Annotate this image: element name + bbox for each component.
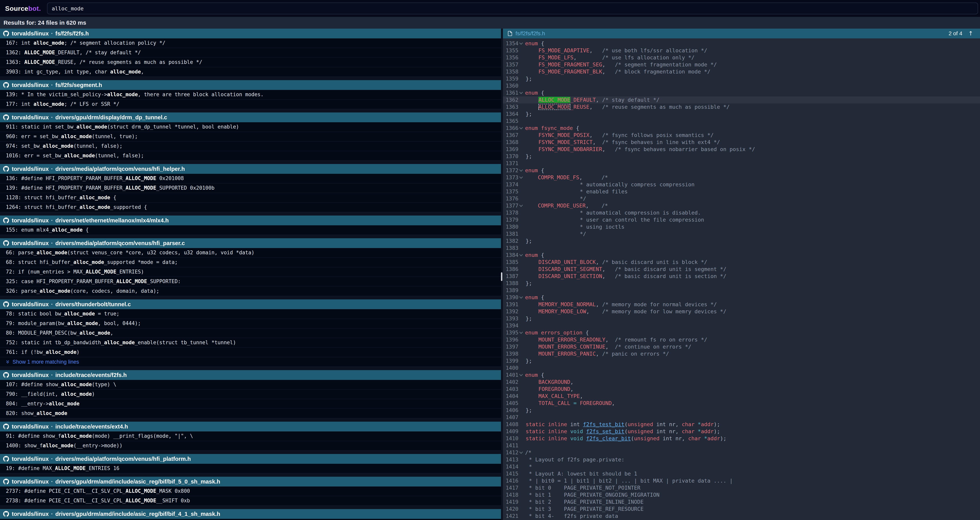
code-token: * user can control the file compression <box>526 217 704 223</box>
match-line[interactable]: 79: module_param(bw_alloc_mode, bool, 04… <box>0 319 501 328</box>
code-line-number: 1413 <box>503 456 520 463</box>
match-line[interactable]: 974: set_bw_alloc_mode(tunnel, false); <box>0 142 501 151</box>
file-group-header[interactable]: torvalds/linux·include/trace/events/f2fs… <box>0 370 501 380</box>
match-line[interactable]: 19: #define MAX_ALLOC_MODE_ENTRIES 16 <box>0 464 501 473</box>
collapse-chevron-icon[interactable] <box>519 204 523 207</box>
code-token: char <box>682 428 698 434</box>
match-line[interactable]: 107: #define show_alloc_mode(type) \ <box>0 380 501 390</box>
match-line[interactable]: 177: int alloc_mode; /* LFS or SSR */ <box>0 100 501 109</box>
code-token: _DEFAULT <box>570 97 596 103</box>
code-token: * bit 0 PAGE_PRIVATE_NOT_POINTER <box>526 485 640 491</box>
match-line[interactable]: 2738: #define PCIE_CI_CNTL__CI_SLV_CPL_A… <box>0 496 501 506</box>
code-line: 1420 * bit 3 PAGE_PRIVATE_REF_RESOURCE <box>503 506 980 512</box>
match-line[interactable]: 2737: #define PCIE_CI_CNTL__CI_SLV_CPL_A… <box>0 487 501 496</box>
code-token: unsigned <box>628 421 653 427</box>
result-file-group: torvalds/linux·include/trace/events/ext4… <box>0 421 501 451</box>
match-line[interactable]: 155: enum mlx4_alloc_mode { <box>0 225 501 235</box>
collapse-chevron-icon[interactable] <box>519 126 523 129</box>
code-token: f2fs_clear_bit <box>586 435 631 441</box>
code-line: 1400 <box>503 364 980 372</box>
code-token <box>526 97 538 103</box>
file-group-header[interactable]: torvalds/linux·include/trace/events/ext4… <box>0 421 501 431</box>
collapse-chevron-icon[interactable] <box>519 253 523 256</box>
file-group-header[interactable]: torvalds/linux·drivers/media/platform/qc… <box>0 238 501 248</box>
match-line[interactable]: 78: static bool bw_alloc_mode = true; <box>0 309 501 319</box>
preview-filename[interactable]: fs/f2fs/f2fs.h <box>515 30 545 37</box>
code-line-number: 1417 <box>503 484 520 491</box>
match-line[interactable]: 80: MODULE_PARM_DESC(bw_alloc_mode, <box>0 328 501 338</box>
collapse-chevron-icon[interactable] <box>519 373 523 376</box>
collapse-chevron-icon[interactable] <box>519 41 523 45</box>
code-line: 1401enum { <box>503 372 980 378</box>
code-line-number: 1391 <box>503 301 520 308</box>
file-group-header[interactable]: torvalds/linux·fs/f2fs/f2fs.h <box>0 29 501 38</box>
line-number: 136: <box>6 175 18 181</box>
file-group-header[interactable]: torvalds/linux·drivers/gpu/drm/amd/inclu… <box>0 477 501 487</box>
show-more-matches[interactable]: Show 1 more matching lines <box>0 357 501 367</box>
code-line-number: 1397 <box>503 343 520 350</box>
match-line[interactable]: 820: show_alloc_mode <box>0 409 501 418</box>
match-line[interactable]: 167: int alloc_mode; /* segment allocati… <box>0 38 501 48</box>
code-token <box>526 337 538 343</box>
match-line[interactable]: 1400: show_falloc_mode(__entry->mode)) <box>0 441 501 451</box>
match-line[interactable]: 790: __field(int, alloc_mode) <box>0 390 501 399</box>
match-line[interactable]: 66: parse_alloc_mode(struct venus_core *… <box>0 248 501 258</box>
match-line[interactable]: 136: #define HFI_PROPERTY_PARAM_BUFFER_A… <box>0 174 501 183</box>
match-line[interactable]: 68: struct hfi_buffer_alloc_mode_support… <box>0 258 501 267</box>
match-line[interactable]: 1016: err = set_bw_alloc_mode(tunnel, fa… <box>0 151 501 161</box>
match-line[interactable]: 1128: struct hfi_buffer_alloc_mode { <box>0 193 501 203</box>
code-token: /* basic discard unit is block */ <box>602 259 707 265</box>
collapse-chevron-icon[interactable] <box>519 450 523 454</box>
collapse-chevron-icon[interactable] <box>519 330 523 334</box>
file-group-header[interactable]: torvalds/linux·drivers/gpu/drm/display/d… <box>0 113 501 122</box>
match-line[interactable]: 3903: int gc_type, int type, char alloc_… <box>0 67 501 77</box>
match-line[interactable]: 960: err = set_bw_alloc_mode(tunnel, tru… <box>0 132 501 142</box>
match-line[interactable]: 91: #define show_falloc_mode(mode) __pri… <box>0 431 501 441</box>
code-token <box>526 400 538 406</box>
collapse-chevron-icon[interactable] <box>519 175 523 179</box>
match-line[interactable]: 1264: struct hfi_buffer_alloc_mode_suppo… <box>0 203 501 212</box>
code-token: int nr, <box>653 421 682 427</box>
collapse-chevron-icon[interactable] <box>519 168 523 172</box>
code-line: 1388}; <box>503 280 980 287</box>
match-line[interactable]: 761: if (!bw_alloc_mode) <box>0 348 501 357</box>
match-line[interactable]: 139: * In the victim_sel_policy->alloc_m… <box>0 90 501 100</box>
code-token: /* use lfs allocation only */ <box>602 54 694 60</box>
file-group-header[interactable]: torvalds/linux·drivers/net/ethernet/mell… <box>0 216 501 225</box>
previous-match-button[interactable]: ↑ <box>968 30 973 37</box>
line-number: 177: <box>6 101 18 107</box>
search-input[interactable] <box>47 3 978 14</box>
file-group-header[interactable]: torvalds/linux·fs/f2fs/segment.h <box>0 80 501 90</box>
code-token: * <box>698 428 701 434</box>
match-line[interactable]: 326: parse_alloc_mode(core, codecs, doma… <box>0 286 501 296</box>
file-group-header[interactable]: torvalds/linux·drivers/media/platform/qc… <box>0 454 501 464</box>
match-line[interactable]: 139: #define HFI_PROPERTY_PARAM_BUFFER_A… <box>0 183 501 193</box>
match-line[interactable]: 1363: ALLOC_MODE_REUSE, /* reuse segment… <box>0 57 501 67</box>
match-line[interactable]: 1362: ALLOC_MODE_DEFAULT, /* stay defaul… <box>0 48 501 57</box>
file-group-header[interactable]: torvalds/linux·drivers/media/platform/qc… <box>0 164 501 174</box>
match-line[interactable]: 2151: #define PCIE_CI_CNTL__CI_SLV_CPL_A… <box>0 519 501 520</box>
code-line: 1417 * bit 0 PAGE_PRIVATE_NOT_POINTER <box>503 484 980 491</box>
code-token: ( <box>631 435 634 441</box>
code-token: }; <box>526 153 532 159</box>
file-group-header[interactable]: torvalds/linux·drivers/gpu/drm/amd/inclu… <box>0 509 501 519</box>
code-token: , <box>602 62 615 68</box>
code-token: enum <box>525 90 538 96</box>
match-line[interactable]: 804: __entry->alloc_mode <box>0 399 501 409</box>
code-token: , <box>589 132 602 138</box>
collapse-chevron-icon[interactable] <box>519 295 523 299</box>
line-number: 91: <box>6 433 15 439</box>
resize-grip[interactable] <box>501 272 502 281</box>
code-line: 1413 * Layout of f2fs page.private: <box>503 456 980 463</box>
collapse-chevron-icon[interactable] <box>519 91 523 94</box>
code-token: , <box>602 273 615 279</box>
match-line[interactable]: 325: case HFI_PROPERTY_PARAM_BUFFER_ALLO… <box>0 277 501 286</box>
line-number: 3903: <box>6 69 21 75</box>
file-group-header[interactable]: torvalds/linux·drivers/thunderbolt/tunne… <box>0 299 501 309</box>
code-token: /* fsync behaves nobarrier based on posi… <box>615 146 755 152</box>
match-line[interactable]: 752: static int tb_dp_bandwidth_alloc_mo… <box>0 338 501 348</box>
code-token: /* basic discard unit is section */ <box>615 273 726 279</box>
match-line[interactable]: 911: static int set_bw_alloc_mode(struct… <box>0 122 501 132</box>
match-line[interactable]: 72: if (num_entries > MAX_ALLOC_MODE_ENT… <box>0 267 501 277</box>
panel-resize-divider[interactable] <box>501 29 503 520</box>
